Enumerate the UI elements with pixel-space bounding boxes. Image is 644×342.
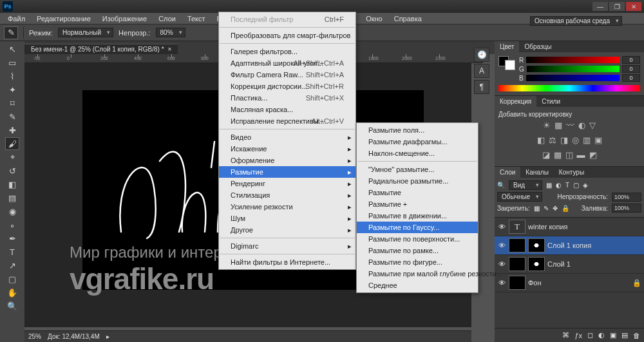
filter-pixel-icon[interactable]: ▦	[546, 182, 552, 189]
filter-smart-icon[interactable]: ◈	[583, 182, 588, 189]
selective-icon[interactable]: ◩	[589, 150, 597, 160]
current-tool-icon[interactable]: ✎	[4, 26, 18, 39]
menu-item[interactable]: Размытие по рамке...	[357, 245, 478, 256]
menu-item[interactable]: Рендеринг▸	[219, 178, 355, 189]
vibrance-icon[interactable]: ▽	[589, 120, 596, 130]
marquee-tool-icon[interactable]: ▭	[5, 56, 19, 69]
visibility-icon[interactable]: 👁	[497, 279, 506, 287]
history-brush-tool-icon[interactable]: ↺	[5, 164, 19, 177]
group-icon[interactable]: ▣	[610, 331, 616, 339]
character-panel-icon[interactable]: A	[474, 64, 489, 78]
new-layer-icon[interactable]: ▤	[621, 331, 628, 339]
pen-tool-icon[interactable]: ✒	[5, 232, 19, 245]
tab-color[interactable]: Цвет	[495, 41, 519, 52]
r-slider[interactable]	[526, 57, 620, 63]
blend-mode[interactable]: Обычные	[497, 192, 542, 202]
menu-item[interactable]: Наклон-смещение...	[357, 147, 478, 159]
zoom-level[interactable]: 25%	[28, 333, 41, 340]
fill-adj-icon[interactable]: ◐	[598, 331, 605, 339]
lasso-tool-icon[interactable]: ⌇	[5, 70, 19, 82]
wand-tool-icon[interactable]: ✦	[5, 83, 19, 96]
workspace-selector[interactable]: Основная рабочая среда	[530, 16, 622, 26]
brush-tool-icon[interactable]: 🖌	[5, 137, 19, 150]
menu-item[interactable]: Фильтр Camera Raw...Shift+Ctrl+A	[219, 69, 355, 81]
restore-button[interactable]: ❐	[609, 2, 625, 11]
menu-item[interactable]: Размытие▸	[219, 166, 355, 178]
invert-icon[interactable]: ◪	[542, 150, 550, 160]
menu-item[interactable]: Размытие поля...	[357, 124, 478, 136]
b-slider[interactable]	[526, 75, 620, 81]
menu-item[interactable]: "Умное" размытие...	[357, 164, 478, 175]
levels-icon[interactable]: ▦	[554, 120, 562, 130]
mixer-icon[interactable]: ▥	[583, 135, 591, 145]
tab-styles[interactable]: Стили	[536, 96, 565, 107]
lock-paint-icon[interactable]: ✎	[544, 205, 549, 212]
photo-filter-icon[interactable]: ◎	[572, 135, 579, 145]
layer-row[interactable]: 👁Twinter копия	[495, 218, 644, 236]
tab-adjustments[interactable]: Коррекция	[495, 96, 536, 107]
filter-icon[interactable]: 🔍	[497, 182, 505, 189]
g-slider[interactable]	[527, 66, 620, 72]
move-tool-icon[interactable]: ↖	[5, 43, 19, 55]
menu-item[interactable]: Другое▸	[219, 224, 355, 236]
menu-item[interactable]: Коррекция дисторсии...Shift+Ctrl+R	[219, 81, 355, 92]
brightness-icon[interactable]: ☀	[543, 120, 551, 130]
link-icon[interactable]: ⌘	[562, 331, 569, 339]
menu-item[interactable]: Преобразовать для смарт-фильтров	[219, 30, 355, 41]
menu-item[interactable]: Искажение▸	[219, 143, 355, 155]
eraser-tool-icon[interactable]: ◧	[5, 178, 19, 191]
menu-item[interactable]: Галерея фильтров...	[219, 46, 355, 57]
gradmap-icon[interactable]: ▬	[577, 150, 585, 160]
tab-paths[interactable]: Контуры	[554, 167, 589, 178]
fill-value[interactable]: 100%	[612, 204, 641, 213]
mask-icon[interactable]: ◻	[587, 331, 593, 339]
balance-icon[interactable]: ⚖	[549, 135, 556, 145]
hand-tool-icon[interactable]: ✋	[5, 286, 19, 299]
dodge-tool-icon[interactable]: ∘	[5, 218, 19, 231]
lock-move-icon[interactable]: ✥	[553, 205, 558, 212]
history-panel-icon[interactable]: 🕘	[474, 48, 489, 62]
layer-row[interactable]: 👁Слой 1 копия	[495, 236, 644, 255]
tab-channels[interactable]: Каналы	[520, 167, 554, 178]
menu-item[interactable]: Оформление▸	[219, 155, 355, 166]
menu-item[interactable]: Среднее	[357, 280, 478, 291]
layer-row[interactable]: 👁Слой 1	[495, 255, 644, 274]
tab-close-icon[interactable]: ×	[168, 46, 172, 53]
menu-Файл[interactable]: Файл	[3, 14, 30, 24]
menu-Окно[interactable]: Окно	[361, 14, 388, 24]
menu-item[interactable]: Стилизация▸	[219, 189, 355, 201]
trash-icon[interactable]: 🗑	[633, 332, 640, 339]
r-input[interactable]	[622, 56, 640, 64]
filter-shape-icon[interactable]: ▢	[573, 182, 579, 189]
curves-icon[interactable]: 〰	[566, 120, 574, 130]
menu-item[interactable]: Размытие по поверхности...	[357, 233, 478, 245]
filter-adjust-icon[interactable]: ◐	[556, 182, 562, 189]
stamp-tool-icon[interactable]: ⌖	[5, 151, 19, 164]
lock-trans-icon[interactable]: ▦	[534, 205, 540, 212]
menu-item[interactable]: Размытие	[357, 187, 478, 198]
gradient-tool-icon[interactable]: ▤	[5, 191, 19, 204]
filter-type-icon[interactable]: T	[565, 182, 569, 189]
menu-item[interactable]: Последний фильтрCtrl+F	[219, 14, 355, 25]
menu-item[interactable]: Исправление перспективы...Alt+Ctrl+V	[219, 115, 355, 127]
b-input[interactable]	[622, 74, 640, 82]
menu-item[interactable]: Шум▸	[219, 213, 355, 224]
menu-item[interactable]: Размытие в движении...	[357, 210, 478, 222]
threshold-icon[interactable]: ◫	[565, 150, 573, 160]
close-button[interactable]: ✕	[626, 2, 641, 11]
menu-item[interactable]: Найти фильтры в Интернете...	[219, 256, 355, 268]
crop-tool-icon[interactable]: ⌑	[5, 97, 19, 109]
exposure-icon[interactable]: ◐	[578, 120, 585, 130]
menu-item[interactable]: Размытие по Гауссу...	[357, 222, 478, 233]
menu-Текст[interactable]: Текст	[182, 14, 211, 24]
opacity-select[interactable]: 80%	[156, 28, 185, 37]
background-swatch[interactable]	[505, 60, 515, 70]
status-arrow-icon[interactable]: ▸	[106, 333, 109, 340]
menu-Справка[interactable]: Справка	[389, 14, 427, 24]
menu-item[interactable]: Адаптивный широкий угол...Alt+Shift+Ctrl…	[219, 57, 355, 69]
document-tab[interactable]: Без имени-1 @ 25% (Слой 1 копия, RGB/8) …	[24, 44, 178, 54]
visibility-icon[interactable]: 👁	[497, 260, 506, 268]
zoom-tool-icon[interactable]: 🔍	[5, 299, 19, 312]
visibility-icon[interactable]: 👁	[497, 223, 506, 231]
tab-swatches[interactable]: Образцы	[519, 41, 556, 52]
